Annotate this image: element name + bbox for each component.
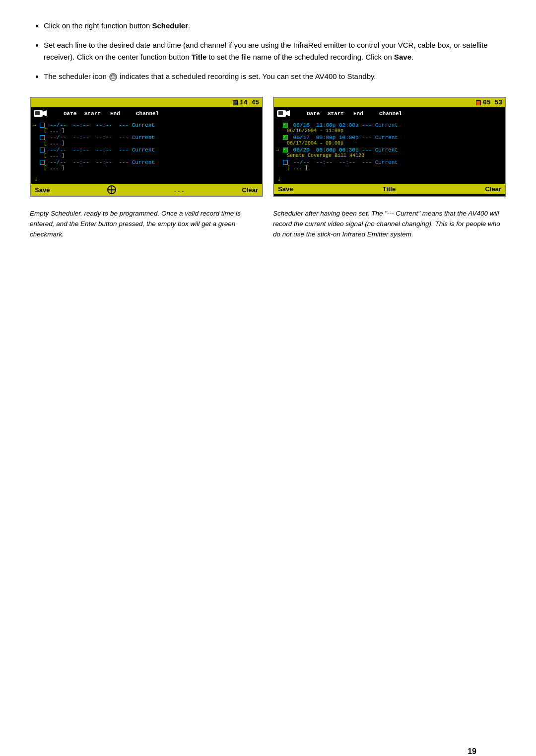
left-row-1: → --/-- --:-- --:-- --- Current [ ... ] [33,122,260,134]
left-screen-rows: → --/-- --:-- --:-- --- Current [ ... ] … [31,120,262,174]
left-row-2-data: --/-- --:-- --:-- --- Current [47,135,155,141]
left-row-1-main: → --/-- --:-- --:-- --- Current [33,122,260,128]
right-clear-button[interactable]: Clear [485,185,501,193]
right-row-3-main: → 06/20 05:00p 06:30p --- Current [276,147,503,153]
left-row-3: --/-- --:-- --:-- --- Current [ ... ] [33,147,260,158]
right-row-4: --/-- --:-- --:-- --- Current [ ... ] [276,159,503,171]
right-time-indicator: 05 53 [476,99,502,106]
right-row-1-checkbox [283,123,288,128]
right-row-3-arrow: → [276,147,281,153]
svg-rect-5 [35,111,40,115]
right-col-channel: Channel [379,111,409,117]
right-row-2-sub: 06/17/2004 - 09:00p [276,141,503,146]
bullet-1: Click on the right function button Sched… [44,20,506,31]
right-screen-footer: Save Title Clear [274,184,505,194]
left-col-date: Date [64,111,79,117]
right-col-header-row: Date Start End Channel [274,107,505,120]
right-row-3-sub: Senate Coverage Bill H4123 [276,153,503,158]
right-row-4-main: --/-- --:-- --:-- --- Current [276,159,503,165]
left-row-1-arrow: → [33,122,38,128]
right-col-date: Date [307,111,323,117]
left-save-button[interactable]: Save [35,186,50,194]
left-globe-icon[interactable] [107,185,116,194]
right-time: 05 53 [483,99,502,106]
right-col-end: End [353,111,374,117]
right-row-1-sub: 06/16/2004 - 11:00p [276,128,503,134]
left-time: 14 45 [240,99,259,106]
left-row-2-checkbox [40,135,45,140]
right-scheduler-screen: 05 53 Date Start End Channel [273,97,506,197]
right-row-4-data: --/-- --:-- --:-- --- Current [290,159,398,165]
svg-marker-7 [286,110,290,116]
left-col-channel: Channel [136,111,166,117]
right-down-arrow: ↓ [274,174,505,184]
right-row-4-arrow [276,159,281,165]
screenshots-row: 14 45 Date Start End Channel [30,97,506,197]
globe-icon [107,185,116,194]
right-save-button[interactable]: Save [278,185,293,193]
right-row-3-checkbox [283,148,288,152]
left-row-4-checkbox [40,160,45,165]
right-col-headers: Date Start End Channel [292,111,409,117]
right-row-1-data: 06/16 11:00p 02:00a --- Current [290,122,398,128]
right-col-start: Start [328,111,348,117]
left-row-3-main: --/-- --:-- --:-- --- Current [33,147,260,153]
left-screen-header: 14 45 [31,98,262,107]
left-row-4-main: --/-- --:-- --:-- --- Current [33,159,260,165]
right-title-button[interactable]: Title [383,185,396,193]
right-row-2: 06/17 09:00p 10:00p --- Current 06/17/20… [276,135,503,146]
svg-marker-4 [43,110,47,116]
title-bold: Title [192,53,207,61]
right-row-3: → 06/20 05:00p 06:30p --- Current Senate… [276,147,503,158]
right-screen-header: 05 53 [274,98,505,107]
right-row-4-checkbox [283,160,288,165]
scheduler-bold: Scheduler [152,21,188,30]
captions-row: Empty Scheduler, ready to be programmed.… [30,209,506,240]
right-screen-rows: 06/16 11:00p 02:00a --- Current 06/16/20… [274,120,505,174]
left-row-4-sub: [ ... ] [33,165,260,171]
right-row-1: 06/16 11:00p 02:00a --- Current 06/16/20… [276,122,503,134]
right-row-2-data: 06/17 09:00p 10:00p --- Current [290,135,398,141]
left-col-header-row: Date Start End Channel [31,107,262,120]
left-row-3-arrow [33,147,38,153]
left-time-indicator: 14 45 [233,99,259,106]
left-clear-button[interactable]: Clear [242,186,258,194]
right-row-1-main: 06/16 11:00p 02:00a --- Current [276,122,503,128]
left-down-arrow: ↓ [31,174,262,184]
left-row-2-arrow [33,135,38,141]
left-scheduler-screen: 14 45 Date Start End Channel [30,97,263,197]
left-row-4-data: --/-- --:-- --:-- --- Current [47,159,155,165]
right-row-4-sub: [ ... ] [276,165,503,171]
left-col-headers: Date Start End Channel [49,111,166,117]
left-row-3-data: --/-- --:-- --:-- --- Current [47,147,155,153]
caption-right: Scheduler after having been set. The "--… [273,209,506,240]
left-cam-icon [34,109,47,118]
left-row-1-data: --/-- --:-- --:-- --- Current [47,122,155,128]
page-number: 19 [468,747,476,756]
bullet-2: Set each line to the desired date and ti… [44,39,506,63]
bullet-3: The scheduler icon indicates that a sche… [44,71,506,82]
left-time-square [233,100,238,105]
left-row-1-checkbox [40,123,45,128]
left-row-3-sub: [ ... ] [33,153,260,158]
left-row-2-main: --/-- --:-- --:-- --- Current [33,135,260,141]
instructions-section: Click on the right function button Sched… [30,20,506,82]
left-row-2: --/-- --:-- --:-- --- Current [ ... ] [33,135,260,146]
right-row-1-arrow [276,122,281,128]
left-screen-footer: Save ... Clear [31,184,262,196]
left-ellipsis[interactable]: ... [173,186,185,194]
right-row-2-checkbox [283,135,288,140]
left-row-2-sub: [ ... ] [33,141,260,146]
right-row-2-arrow [276,135,281,141]
right-row-3-data: 06/20 05:00p 06:30p --- Current [290,147,398,153]
left-col-start: Start [84,111,105,117]
save-bold: Save [394,53,411,61]
scheduler-icon [109,73,118,81]
right-time-square [476,100,481,105]
right-cam-icon [277,109,290,118]
left-row-3-checkbox [40,148,45,152]
left-col-end: End [110,111,131,117]
left-row-1-sub: [ ... ] [33,128,260,134]
caption-left: Empty Scheduler, ready to be programmed.… [30,209,263,240]
svg-rect-8 [278,111,283,115]
